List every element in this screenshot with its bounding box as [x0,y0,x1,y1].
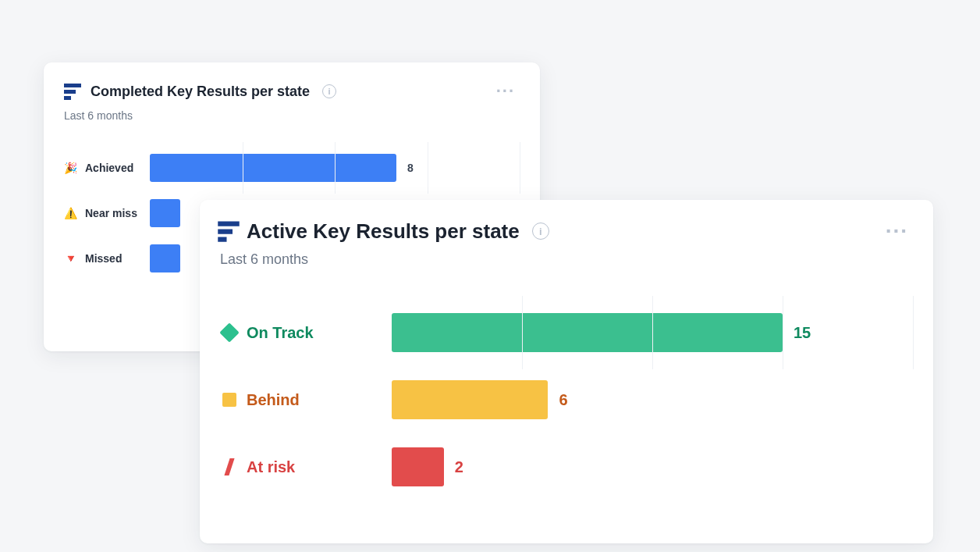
legend-at-risk: At risk [220,458,392,476]
more-menu-icon[interactable]: ··· [492,80,520,103]
plot-area: 15 [392,299,913,366]
brand-logo-icon [218,220,240,242]
legend-near-miss: ⚠️ Near miss [64,207,150,219]
plot-area: 6 [392,366,913,433]
bar-on-track [392,313,783,352]
plot-area: 2 [392,433,913,500]
chart-active: On Track 15 Behind 6 At risk [220,299,913,500]
card-subtitle: Last 6 months [220,251,913,268]
more-menu-icon[interactable]: ··· [881,217,913,245]
value-label: 2 [455,458,463,476]
legend-achieved: 🎉 Achieved [64,162,150,174]
value-label: 15 [794,324,811,342]
info-icon[interactable]: i [322,84,336,98]
chart-row: On Track 15 [220,299,913,366]
diamond-icon [220,323,239,342]
legend-label: Achieved [85,162,133,174]
bar-behind [392,380,548,419]
warning-icon: ⚠️ [64,207,77,219]
brand-logo-icon [64,83,81,100]
legend-on-track: On Track [220,323,392,342]
square-icon [220,390,239,409]
plot-area: 8 [150,145,520,191]
bar-at-risk [392,447,444,486]
slash-icon [220,458,239,476]
value-label: 6 [559,391,567,409]
bar-near-miss [150,199,180,227]
chart-row: Behind 6 [220,366,913,433]
legend-label: On Track [247,324,314,342]
chart-row: At risk 2 [220,433,913,500]
red-triangle-down-icon: 🔻 [64,252,77,265]
card-title: Completed Key Results per state [91,84,310,100]
bar-missed [150,244,180,272]
legend-label: At risk [247,458,295,476]
card-header: Completed Key Results per state i ··· [64,80,520,103]
value-label: 8 [407,162,414,174]
legend-behind: Behind [220,390,392,409]
card-active-kr: Active Key Results per state i ··· Last … [200,200,933,543]
legend-missed: 🔻 Missed [64,252,150,265]
info-icon[interactable]: i [532,223,549,240]
card-header: Active Key Results per state i ··· [220,217,913,245]
bar-achieved [150,154,396,182]
party-popper-icon: 🎉 [64,162,77,174]
legend-label: Behind [247,391,300,409]
legend-label: Near miss [85,207,137,219]
card-subtitle: Last 6 months [64,109,520,122]
card-title: Active Key Results per state [247,219,520,244]
legend-label: Missed [85,252,122,265]
chart-row: 🎉 Achieved 8 [64,145,520,191]
